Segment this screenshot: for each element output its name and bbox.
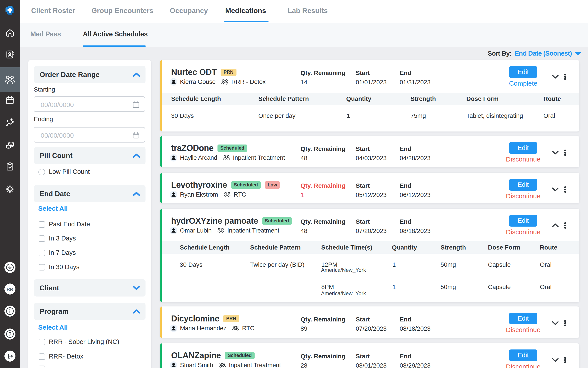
svg-text:RR: RR (7, 287, 13, 292)
